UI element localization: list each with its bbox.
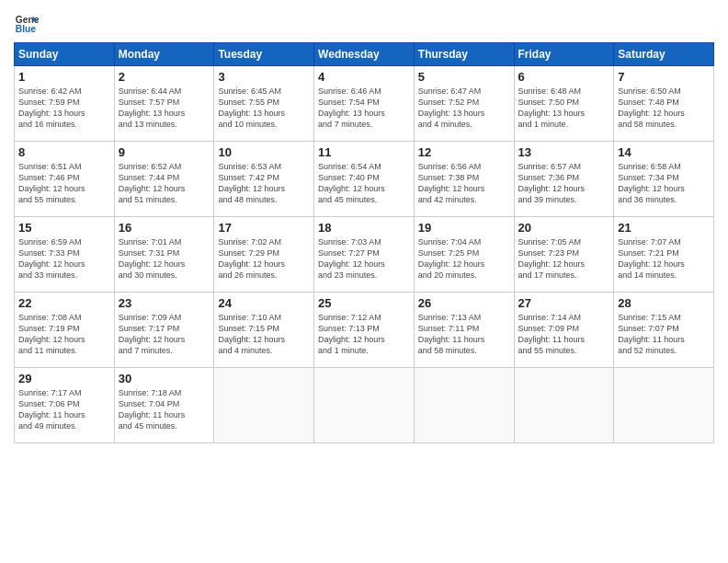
day-number: 16 — [119, 221, 210, 235]
day-cell: 29Sunrise: 7:17 AM Sunset: 7:06 PM Dayli… — [15, 368, 115, 443]
day-info: Sunrise: 7:09 AM Sunset: 7:17 PM Dayligh… — [119, 312, 210, 357]
day-info: Sunrise: 6:42 AM Sunset: 7:59 PM Dayligh… — [18, 86, 110, 131]
day-number: 7 — [618, 70, 710, 84]
day-cell: 9Sunrise: 6:52 AM Sunset: 7:44 PM Daylig… — [114, 142, 214, 217]
weekday-friday: Friday — [514, 43, 614, 66]
day-info: Sunrise: 6:45 AM Sunset: 7:55 PM Dayligh… — [218, 86, 310, 131]
day-cell: 30Sunrise: 7:18 AM Sunset: 7:04 PM Dayli… — [114, 368, 214, 443]
logo-icon: General Blue — [14, 9, 40, 35]
day-number: 22 — [18, 296, 110, 310]
day-info: Sunrise: 6:59 AM Sunset: 7:33 PM Dayligh… — [18, 236, 110, 282]
day-info: Sunrise: 7:15 AM Sunset: 7:07 PM Dayligh… — [618, 312, 710, 357]
day-number: 11 — [318, 145, 410, 159]
svg-text:Blue: Blue — [16, 24, 37, 34]
day-info: Sunrise: 7:14 AM Sunset: 7:09 PM Dayligh… — [518, 312, 610, 357]
day-number: 5 — [418, 70, 510, 84]
day-cell: 2Sunrise: 6:44 AM Sunset: 7:57 PM Daylig… — [114, 66, 214, 142]
day-info: Sunrise: 6:54 AM Sunset: 7:40 PM Dayligh… — [318, 161, 410, 206]
day-info: Sunrise: 6:46 AM Sunset: 7:54 PM Dayligh… — [318, 86, 410, 131]
day-cell: 13Sunrise: 6:57 AM Sunset: 7:36 PM Dayli… — [514, 142, 614, 217]
day-number: 9 — [119, 145, 210, 159]
day-cell: 7Sunrise: 6:50 AM Sunset: 7:48 PM Daylig… — [614, 66, 714, 142]
day-info: Sunrise: 6:58 AM Sunset: 7:34 PM Dayligh… — [618, 161, 710, 206]
day-cell: 16Sunrise: 7:01 AM Sunset: 7:31 PM Dayli… — [114, 217, 214, 293]
day-info: Sunrise: 6:44 AM Sunset: 7:57 PM Dayligh… — [119, 86, 210, 131]
day-number: 29 — [18, 372, 110, 385]
day-cell: 24Sunrise: 7:10 AM Sunset: 7:15 PM Dayli… — [214, 293, 314, 368]
day-number: 20 — [518, 221, 610, 235]
day-cell: 18Sunrise: 7:03 AM Sunset: 7:27 PM Dayli… — [314, 217, 415, 293]
week-row-4: 22Sunrise: 7:08 AM Sunset: 7:19 PM Dayli… — [15, 293, 714, 368]
day-number: 1 — [18, 70, 110, 84]
day-cell: 6Sunrise: 6:48 AM Sunset: 7:50 PM Daylig… — [514, 66, 614, 142]
weekday-saturday: Saturday — [614, 43, 714, 66]
day-info: Sunrise: 7:03 AM Sunset: 7:27 PM Dayligh… — [318, 236, 410, 282]
calendar-table: SundayMondayTuesdayWednesdayThursdayFrid… — [14, 42, 714, 443]
day-cell — [314, 368, 415, 443]
day-info: Sunrise: 6:50 AM Sunset: 7:48 PM Dayligh… — [618, 86, 710, 131]
weekday-wednesday: Wednesday — [314, 43, 415, 66]
day-cell: 17Sunrise: 7:02 AM Sunset: 7:29 PM Dayli… — [214, 217, 314, 293]
day-number: 24 — [218, 296, 310, 310]
day-cell: 3Sunrise: 6:45 AM Sunset: 7:55 PM Daylig… — [214, 66, 314, 142]
day-info: Sunrise: 6:53 AM Sunset: 7:42 PM Dayligh… — [218, 161, 310, 206]
day-number: 10 — [218, 145, 310, 159]
day-cell: 22Sunrise: 7:08 AM Sunset: 7:19 PM Dayli… — [15, 293, 115, 368]
day-number: 18 — [318, 221, 410, 235]
day-number: 21 — [618, 221, 710, 235]
day-info: Sunrise: 7:04 AM Sunset: 7:25 PM Dayligh… — [418, 236, 510, 282]
day-info: Sunrise: 7:17 AM Sunset: 7:06 PM Dayligh… — [18, 387, 110, 432]
day-cell: 12Sunrise: 6:56 AM Sunset: 7:38 PM Dayli… — [414, 142, 514, 217]
day-cell: 26Sunrise: 7:13 AM Sunset: 7:11 PM Dayli… — [414, 293, 514, 368]
day-number: 15 — [18, 221, 110, 235]
day-number: 26 — [418, 296, 510, 310]
calendar-container: General Blue SundayMondayTuesdayWednesda… — [0, 0, 728, 563]
day-cell: 4Sunrise: 6:46 AM Sunset: 7:54 PM Daylig… — [314, 66, 415, 142]
day-cell: 14Sunrise: 6:58 AM Sunset: 7:34 PM Dayli… — [614, 142, 714, 217]
day-cell: 19Sunrise: 7:04 AM Sunset: 7:25 PM Dayli… — [414, 217, 514, 293]
day-cell: 11Sunrise: 6:54 AM Sunset: 7:40 PM Dayli… — [314, 142, 415, 217]
day-number: 19 — [418, 221, 510, 235]
weekday-sunday: Sunday — [15, 43, 115, 66]
weekday-thursday: Thursday — [414, 43, 514, 66]
day-cell: 27Sunrise: 7:14 AM Sunset: 7:09 PM Dayli… — [514, 293, 614, 368]
day-cell — [214, 368, 314, 443]
day-info: Sunrise: 7:05 AM Sunset: 7:23 PM Dayligh… — [518, 236, 610, 282]
day-number: 13 — [518, 145, 610, 159]
day-number: 30 — [119, 372, 210, 385]
day-cell — [514, 368, 614, 443]
day-number: 8 — [18, 145, 110, 159]
week-row-5: 29Sunrise: 7:17 AM Sunset: 7:06 PM Dayli… — [15, 368, 714, 443]
week-row-1: 1Sunrise: 6:42 AM Sunset: 7:59 PM Daylig… — [15, 66, 714, 142]
day-info: Sunrise: 6:56 AM Sunset: 7:38 PM Dayligh… — [418, 161, 510, 206]
calendar-body: 1Sunrise: 6:42 AM Sunset: 7:59 PM Daylig… — [15, 66, 714, 443]
week-row-2: 8Sunrise: 6:51 AM Sunset: 7:46 PM Daylig… — [15, 142, 714, 217]
day-cell: 21Sunrise: 7:07 AM Sunset: 7:21 PM Dayli… — [614, 217, 714, 293]
weekday-tuesday: Tuesday — [214, 43, 314, 66]
day-info: Sunrise: 6:51 AM Sunset: 7:46 PM Dayligh… — [18, 161, 110, 206]
day-info: Sunrise: 7:12 AM Sunset: 7:13 PM Dayligh… — [318, 312, 410, 357]
day-number: 3 — [218, 70, 310, 84]
day-info: Sunrise: 7:02 AM Sunset: 7:29 PM Dayligh… — [218, 236, 310, 282]
day-number: 27 — [518, 296, 610, 310]
day-cell — [614, 368, 714, 443]
weekday-monday: Monday — [114, 43, 214, 66]
day-info: Sunrise: 6:47 AM Sunset: 7:52 PM Dayligh… — [418, 86, 510, 131]
day-number: 14 — [618, 145, 710, 159]
day-number: 28 — [618, 296, 710, 310]
day-info: Sunrise: 7:18 AM Sunset: 7:04 PM Dayligh… — [119, 387, 210, 432]
week-row-3: 15Sunrise: 6:59 AM Sunset: 7:33 PM Dayli… — [15, 217, 714, 293]
day-info: Sunrise: 7:01 AM Sunset: 7:31 PM Dayligh… — [119, 236, 210, 282]
weekday-header-row: SundayMondayTuesdayWednesdayThursdayFrid… — [15, 43, 714, 66]
day-number: 2 — [119, 70, 210, 84]
day-cell: 15Sunrise: 6:59 AM Sunset: 7:33 PM Dayli… — [15, 217, 115, 293]
day-info: Sunrise: 7:08 AM Sunset: 7:19 PM Dayligh… — [18, 312, 110, 357]
day-cell: 20Sunrise: 7:05 AM Sunset: 7:23 PM Dayli… — [514, 217, 614, 293]
day-number: 6 — [518, 70, 610, 84]
day-number: 25 — [318, 296, 410, 310]
day-info: Sunrise: 7:10 AM Sunset: 7:15 PM Dayligh… — [218, 312, 310, 357]
day-number: 17 — [218, 221, 310, 235]
day-number: 12 — [418, 145, 510, 159]
day-cell: 10Sunrise: 6:53 AM Sunset: 7:42 PM Dayli… — [214, 142, 314, 217]
day-info: Sunrise: 7:13 AM Sunset: 7:11 PM Dayligh… — [418, 312, 510, 357]
